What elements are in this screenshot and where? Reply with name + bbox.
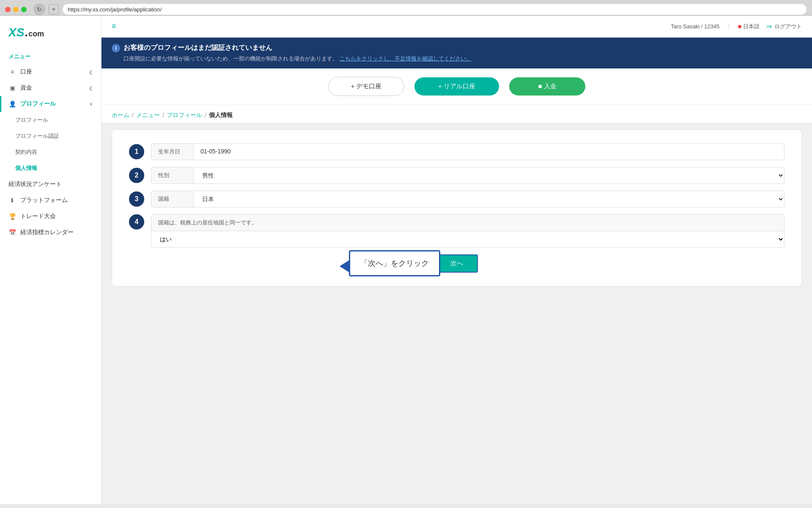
sidebar-item-calendar[interactable]: 📅 経済指標カレンダー [0, 224, 101, 240]
header-user: Taro Sasaki / 12345 [671, 23, 719, 30]
wallet-icon: ▣ [8, 85, 16, 91]
breadcrumb-current: 個人情報 [209, 112, 233, 119]
form-field-birthday: 生年月日 01-05-1990 [151, 143, 785, 160]
field-value-birthday[interactable]: 01-05-1990 [194, 144, 784, 160]
sidebar-sub-verify-label: プロフィール認証 [15, 132, 59, 140]
form-row-4: 4 国籍は、税務上の居住地国と同一です。 はい いいえ [129, 214, 785, 248]
step-badge-3: 3 [129, 191, 144, 207]
demo-account-button[interactable]: + デモ口座 [328, 77, 404, 96]
header-lang[interactable]: 日本語 [738, 23, 760, 30]
breadcrumb: ホーム / メニュー / プロフィール / 個人情報 [112, 112, 802, 119]
header-lang-label: 日本語 [743, 23, 760, 30]
sidebar-item-koza[interactable]: ≡ 口座 ❮ [0, 64, 101, 80]
download-icon: ⬇ [8, 197, 16, 204]
next-button[interactable]: 次へ [436, 254, 478, 273]
sidebar-item-sikin-label: 資金 [20, 84, 32, 92]
chevron-icon-sikin: ❮ [89, 85, 93, 91]
field-select-tax[interactable]: はい いいえ [151, 231, 784, 247]
header-logout-label: ログアウト [774, 23, 802, 30]
field-note-tax: 国籍は、税務上の居住地国と同一です。 [151, 215, 784, 231]
deposit-button[interactable]: ■ 入金 [509, 77, 585, 96]
browser-chrome: ↻ + [0, 0, 812, 16]
breadcrumb-menu[interactable]: メニュー [136, 112, 160, 119]
alert-body-text: 口座開設に必要な情報が揃っていないため、一部の機能が制限される場合があります。 [123, 55, 338, 62]
browser-nav: ↻ [33, 3, 45, 15]
logout-icon: ⇒ [766, 22, 772, 30]
chevron-icon-koza: ❮ [89, 69, 93, 75]
sidebar-item-profile[interactable]: 👤 プロフィール ∨ [0, 96, 101, 112]
alert-title: i お客様のプロフィールはまだ認証されていません [112, 44, 802, 52]
breadcrumb-home[interactable]: ホーム [112, 112, 129, 119]
breadcrumb-row: ホーム / メニュー / プロフィール / 個人情報 [102, 105, 812, 123]
sidebar-item-trade[interactable]: 🏆 トレード大会 [0, 208, 101, 224]
sidebar-sub-personal[interactable]: 個人情報 [0, 160, 101, 176]
breadcrumb-sep-3: / [205, 112, 206, 119]
field-select-nationality[interactable]: 日本 [194, 191, 784, 207]
header-logout[interactable]: ⇒ ログアウト [766, 22, 802, 30]
callout-text: 「次へ」をクリック [360, 258, 429, 268]
alert-body: 口座開設に必要な情報が揃っていないため、一部の機能が制限される場合があります。 … [112, 55, 802, 63]
content-area: i お客様のプロフィールはまだ認証されていません 口座開設に必要な情報が揃ってい… [102, 38, 812, 504]
top-header: ≡ Taro Sasaki / 12345 / 日本語 ⇒ ログアウト [102, 16, 812, 38]
form-field-tax: 国籍は、税務上の居住地国と同一です。 はい いいえ [151, 214, 785, 248]
form-field-nationality: 国籍 日本 [151, 191, 785, 208]
new-tab-button[interactable]: + [49, 4, 59, 14]
main-content: ≡ Taro Sasaki / 12345 / 日本語 ⇒ ログアウト i お客… [102, 16, 812, 504]
alert-title-text: お客様のプロフィールはまだ認証されていません [123, 44, 272, 52]
step-badge-4: 4 [129, 214, 144, 229]
callout-arrow [340, 260, 349, 272]
chevron-icon-profile: ∨ [89, 101, 93, 107]
breadcrumb-profile[interactable]: プロフィール [167, 112, 202, 119]
field-label-gender: 性別 [151, 167, 194, 183]
form-row-2: 2 性別 男性 女性 [129, 167, 785, 184]
logo-xs: XS [8, 26, 24, 39]
lang-dot-icon [738, 25, 741, 28]
sidebar-platform-label: プラットフォーム [20, 197, 68, 204]
alert-banner: i お客様のプロフィールはまだ認証されていません 口座開設に必要な情報が揃ってい… [102, 38, 812, 68]
breadcrumb-sep-1: / [132, 112, 134, 119]
real-account-button[interactable]: + リアル口座 [414, 77, 499, 96]
logo: XS . com [8, 26, 93, 39]
form-row-3: 3 国籍 日本 [129, 191, 785, 208]
sidebar-item-sikin[interactable]: ▣ 資金 ❮ [0, 80, 101, 96]
next-button-area: 次へ 「次へ」をクリック [129, 254, 785, 273]
traffic-light-red[interactable] [5, 7, 11, 12]
sidebar-item-koza-label: 口座 [20, 68, 32, 76]
calendar-icon: 📅 [8, 229, 16, 236]
logo-area: XS . com [0, 22, 101, 48]
address-bar[interactable] [62, 3, 807, 15]
field-select-gender[interactable]: 男性 女性 [194, 167, 784, 183]
refresh-button[interactable]: ↻ [33, 3, 45, 15]
form-card: 1 生年月日 01-05-1990 2 性別 男性 女性 [112, 129, 802, 287]
form-row-1: 1 生年月日 01-05-1990 [129, 143, 785, 160]
alert-link[interactable]: こちらをクリックし、不足情報を確認してください。 [340, 55, 472, 62]
sidebar-sub-verify[interactable]: プロフィール認証 [0, 128, 101, 144]
traffic-light-yellow[interactable] [13, 7, 19, 12]
step-badge-1: 1 [129, 144, 144, 159]
logo-com: com [28, 30, 44, 38]
sidebar-item-profile-label: プロフィール [20, 100, 56, 108]
breadcrumb-sep-2: / [162, 112, 164, 119]
field-label-nationality: 国籍 [151, 191, 194, 207]
sidebar-item-platform[interactable]: ⬇ プラットフォーム [0, 192, 101, 208]
list-icon: ≡ [8, 68, 16, 75]
sidebar-sub-contract-label: 契約内容 [15, 148, 37, 156]
field-label-birthday: 生年月日 [151, 144, 194, 160]
info-icon: i [112, 44, 120, 52]
sidebar-sub-profile[interactable]: プロフィール [0, 112, 101, 128]
sidebar-survey-label: 経済状況アンケート [8, 180, 62, 188]
sidebar-sub-contract[interactable]: 契約内容 [0, 144, 101, 160]
sidebar-menu-label: メニュー [0, 49, 101, 64]
sidebar-calendar-label: 経済指標カレンダー [20, 229, 74, 236]
sidebar-sub-profile-label: プロフィール [15, 116, 48, 124]
person-icon: 👤 [8, 101, 16, 107]
app-container: XS . com メニュー ≡ 口座 ❮ ▣ 資金 ❮ 👤 プロフィール ∨ プ… [0, 16, 812, 504]
action-buttons: + デモ口座 + リアル口座 ■ 入金 [102, 68, 812, 105]
callout-box: 「次へ」をクリック [349, 250, 440, 276]
hamburger-button[interactable]: ≡ [112, 22, 116, 31]
sidebar-item-survey[interactable]: 経済状況アンケート [0, 176, 101, 192]
step-badge-2: 2 [129, 168, 144, 183]
sidebar-trade-label: トレード大会 [20, 213, 56, 220]
traffic-light-green[interactable] [21, 7, 27, 12]
sidebar-sub-personal-label: 個人情報 [15, 164, 37, 172]
